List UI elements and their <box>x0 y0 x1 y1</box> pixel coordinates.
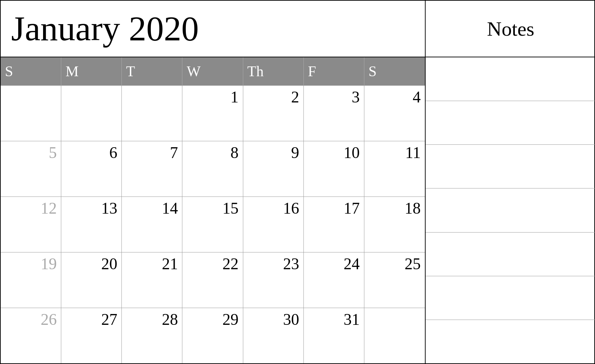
day-number: 13 <box>101 200 117 217</box>
day-header-saturday: S <box>364 57 425 85</box>
calendar-day: 10 <box>304 141 364 197</box>
calendar-week-3: 12131415161718 <box>1 197 425 252</box>
calendar-day: 4 <box>364 86 425 141</box>
calendar-day: 31 <box>304 308 364 363</box>
calendar-day: 12 <box>1 197 61 252</box>
day-number: 19 <box>41 255 57 273</box>
day-number: 23 <box>283 255 299 273</box>
calendar-header: January 2020 <box>1 1 425 57</box>
calendar-day: 18 <box>364 197 425 252</box>
notes-line-6 <box>426 276 595 320</box>
calendar-week-5: 262728293031 <box>1 308 425 363</box>
day-number: 14 <box>162 200 178 217</box>
day-number: 11 <box>405 144 421 162</box>
notes-header: Notes <box>426 1 595 57</box>
day-number: 4 <box>413 88 421 106</box>
calendar-day <box>122 86 182 141</box>
day-number: 27 <box>101 311 117 329</box>
day-number: 20 <box>101 255 117 273</box>
calendar-title: January 2020 <box>11 11 199 46</box>
calendar-day: 6 <box>61 141 122 197</box>
notes-line-4 <box>426 188 595 232</box>
calendar-day <box>61 86 122 141</box>
day-number: 17 <box>344 200 360 217</box>
notes-line-1 <box>426 57 595 101</box>
calendar-week-1: 1234 <box>1 85 425 141</box>
calendar-day: 13 <box>61 197 122 252</box>
day-number: 24 <box>344 255 360 273</box>
day-number: 6 <box>109 144 117 162</box>
notes-line-5 <box>426 232 595 276</box>
notes-line-3 <box>426 144 595 188</box>
calendar-week-2: 567891011 <box>1 141 425 197</box>
day-number: 1 <box>231 88 239 106</box>
day-number: 10 <box>344 144 360 162</box>
notes-lines <box>426 57 595 363</box>
day-number: 2 <box>291 88 299 106</box>
calendar-day: 7 <box>122 141 182 197</box>
day-number: 8 <box>231 144 239 162</box>
calendar-day: 24 <box>304 252 364 308</box>
calendar-day: 30 <box>243 308 304 363</box>
calendar-week-4: 19202122232425 <box>1 252 425 308</box>
day-number: 12 <box>41 200 57 217</box>
day-header-wednesday: W <box>182 57 243 85</box>
calendar-day: 14 <box>122 197 182 252</box>
calendar-day: 26 <box>1 308 61 363</box>
calendar-day: 29 <box>182 308 243 363</box>
calendar-day: 21 <box>122 252 182 308</box>
calendar-day: 20 <box>61 252 122 308</box>
day-number: 15 <box>223 200 239 217</box>
day-header-friday: F <box>304 57 364 85</box>
calendar-day: 22 <box>182 252 243 308</box>
calendar-day: 15 <box>182 197 243 252</box>
days-header: SMTWThFS <box>1 57 425 85</box>
day-number: 7 <box>170 144 178 162</box>
day-number: 18 <box>405 200 421 217</box>
calendar-day <box>1 86 61 141</box>
notes-label: Notes <box>487 17 534 41</box>
notes-line-2 <box>426 101 595 144</box>
calendar-day: 5 <box>1 141 61 197</box>
calendar-day: 23 <box>243 252 304 308</box>
calendar-day <box>364 308 425 363</box>
calendar-main: January 2020 SMTWThFS 123456789101112131… <box>1 1 426 363</box>
calendar-day: 16 <box>243 197 304 252</box>
day-number: 22 <box>223 255 239 273</box>
day-header-tuesday: T <box>122 57 182 85</box>
day-number: 26 <box>41 311 57 329</box>
day-header-sunday: S <box>1 57 61 85</box>
day-header-thursday: Th <box>243 57 304 85</box>
day-number: 21 <box>162 255 178 273</box>
day-number: 28 <box>162 311 178 329</box>
day-number: 25 <box>405 255 421 273</box>
calendar-day: 3 <box>304 86 364 141</box>
day-number: 29 <box>223 311 239 329</box>
day-number: 3 <box>352 88 360 106</box>
calendar-day: 8 <box>182 141 243 197</box>
calendar-day: 1 <box>182 86 243 141</box>
day-number: 5 <box>49 144 57 162</box>
day-header-monday: M <box>61 57 122 85</box>
day-number: 30 <box>283 311 299 329</box>
calendar-day: 25 <box>364 252 425 308</box>
calendar-day: 2 <box>243 86 304 141</box>
calendar-day: 9 <box>243 141 304 197</box>
calendar-wrapper: January 2020 SMTWThFS 123456789101112131… <box>0 0 595 364</box>
calendar-day: 19 <box>1 252 61 308</box>
calendar-day: 11 <box>364 141 425 197</box>
notes-line-7 <box>426 320 595 363</box>
notes-panel: Notes <box>426 1 595 363</box>
calendar-grid: 1234567891011121314151617181920212223242… <box>1 85 425 363</box>
day-number: 31 <box>344 311 360 329</box>
calendar-day: 27 <box>61 308 122 363</box>
day-number: 16 <box>283 200 299 217</box>
calendar-day: 28 <box>122 308 182 363</box>
calendar-day: 17 <box>304 197 364 252</box>
day-number: 9 <box>291 144 299 162</box>
